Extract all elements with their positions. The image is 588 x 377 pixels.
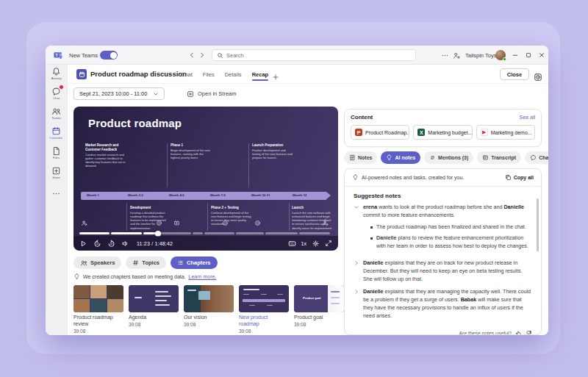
- calendar-icon: [51, 126, 61, 136]
- timeline-month-label: Month 10-11: [251, 193, 270, 197]
- panel-tab-mentions-3-[interactable]: @Mentions (3): [424, 151, 473, 164]
- playback-time: 11:23 / 1:48:42: [137, 241, 173, 246]
- chapter-thumbnail[interactable]: Our vision39:08: [184, 285, 234, 327]
- meeting-icon: [76, 69, 87, 79]
- video-icon: ▶: [481, 129, 488, 136]
- new-teams-toggle[interactable]: [100, 46, 118, 65]
- open-in-stream-button[interactable]: Open in Stream: [187, 87, 237, 100]
- page-title: Product roadmap discussion: [90, 70, 187, 78]
- seek-segment[interactable]: [265, 232, 298, 234]
- transcript-icon: [482, 154, 489, 161]
- tab-chat[interactable]: Chat: [181, 67, 193, 82]
- rewind-10-button[interactable]: 10: [93, 240, 101, 248]
- play-button[interactable]: [79, 240, 87, 248]
- at-circle-marker-icon: @: [156, 220, 162, 226]
- copy-all-label: Copy all: [514, 175, 534, 180]
- chevron-right-icon[interactable]: [354, 289, 359, 320]
- chevron-down-icon[interactable]: [354, 204, 359, 254]
- chapter-thumbnails: Product goalProduct goal39:08New product…: [74, 285, 368, 335]
- seek-segment[interactable]: [204, 232, 234, 234]
- copy-all-button[interactable]: Copy all: [505, 174, 534, 181]
- content-file-excel[interactable]: XMarketing budget...: [413, 125, 472, 140]
- nav-forward-icon[interactable]: [198, 46, 206, 65]
- sidebar-item-teams[interactable]: Teams: [46, 104, 67, 124]
- search-box[interactable]: [212, 49, 416, 61]
- more-options-icon[interactable]: [441, 46, 449, 65]
- chapter-thumbnail[interactable]: Product roadmap review39:08: [74, 285, 123, 334]
- sidebar-item-store[interactable]: Store: [46, 164, 67, 184]
- tab-files[interactable]: Files: [203, 67, 215, 82]
- avatar[interactable]: [495, 46, 506, 65]
- content-file-powerpoint[interactable]: PProduct Roadmap...: [351, 125, 409, 140]
- note-bullet: The product roadmap has been finalized a…: [370, 223, 532, 231]
- app-rail: ActivityChatTeamsCalendarFilesStore: [46, 65, 68, 335]
- playback-speed-button[interactable]: 1x: [301, 241, 306, 246]
- settings-gear-icon[interactable]: [312, 240, 320, 248]
- note-bullet: Danielle plans to review the feature enh…: [370, 234, 532, 251]
- nav-back-icon[interactable]: [188, 46, 196, 65]
- learn-more-link[interactable]: Learn more.: [189, 274, 217, 279]
- search-icon: [217, 49, 223, 62]
- chapter-thumbnail[interactable]: New product roadmap39:08: [239, 285, 289, 334]
- content-file-video[interactable]: ▶Marketing demo...: [476, 125, 535, 140]
- unread-badge: [59, 85, 64, 90]
- tab-details[interactable]: Details: [225, 67, 242, 82]
- tab-recap[interactable]: Recap: [252, 67, 269, 82]
- topics-filter-button[interactable]: Topics: [126, 256, 166, 269]
- svg-text:10: 10: [96, 243, 99, 245]
- presence-dot: [503, 57, 506, 61]
- add-tab-icon[interactable]: [272, 70, 279, 83]
- dots-icon: [51, 189, 61, 198]
- note-icon: [349, 154, 356, 161]
- add-person-icon[interactable]: [453, 46, 461, 65]
- seek-segment[interactable]: [236, 232, 264, 234]
- date-range-dropdown[interactable]: Sept 21, 2023 10:00 - 11:00: [74, 87, 165, 100]
- bulb-icon: [386, 154, 392, 161]
- panel-tab-notes[interactable]: Notes: [344, 151, 377, 164]
- see-all-link[interactable]: See all: [520, 115, 535, 120]
- seek-segment[interactable]: [143, 232, 191, 234]
- meeting-recap-icon[interactable]: [534, 70, 542, 83]
- seek-segment[interactable]: [193, 232, 203, 234]
- chapters-filter-button[interactable]: Chapters: [171, 256, 218, 269]
- chapter-duration: 39:08: [129, 322, 179, 327]
- svg-text:@: @: [158, 222, 161, 225]
- seek-segment[interactable]: [79, 232, 110, 234]
- sidebar-item-more[interactable]: [46, 184, 67, 204]
- new-teams-label: New Teams: [69, 46, 98, 65]
- close-button[interactable]: Close: [500, 68, 529, 80]
- video-player[interactable]: Product roadmap Market Research and Cust…: [74, 107, 338, 251]
- chevron-down-icon: [153, 91, 159, 97]
- sidebar-item-activity[interactable]: Activity: [46, 65, 67, 85]
- thumbs-down-icon[interactable]: [526, 330, 532, 335]
- chevron-right-icon[interactable]: [354, 260, 359, 283]
- sidebar-item-chat[interactable]: Chat: [46, 85, 67, 104]
- volume-button[interactable]: [121, 240, 129, 248]
- minimize-button[interactable]: [512, 46, 519, 65]
- thumbs-up-icon[interactable]: [515, 330, 522, 335]
- seek-segment[interactable]: [299, 232, 329, 234]
- speakers-filter-button[interactable]: Speakers: [74, 256, 121, 269]
- panel-tab-ai-notes[interactable]: AI notes: [381, 151, 420, 164]
- slide-section: Phase 1Begin development of the new feat…: [171, 143, 251, 176]
- seek-segment[interactable]: [111, 232, 141, 234]
- seek-bar[interactable]: [79, 232, 332, 234]
- chapter-thumbnail[interactable]: Agenda39:08: [129, 285, 179, 327]
- fullscreen-button[interactable]: [325, 240, 332, 247]
- sidebar-item-calendar[interactable]: Calendar: [46, 124, 67, 144]
- timeline-month-label: Month 1: [87, 193, 99, 197]
- content-heading: Content: [351, 114, 373, 121]
- forward-10-button[interactable]: 10: [107, 240, 115, 248]
- chapter-thumbnail[interactable]: Product goalProduct goal39:08: [294, 285, 344, 327]
- panel-tab-transcript[interactable]: Transcript: [477, 151, 521, 164]
- sidebar-item-files[interactable]: Files: [46, 144, 67, 164]
- search-input[interactable]: [226, 52, 411, 59]
- close-window-button[interactable]: [538, 46, 545, 65]
- panel-tab-chat[interactable]: Chat: [525, 151, 548, 164]
- notes-scrollbar[interactable]: [537, 198, 539, 251]
- maximize-button[interactable]: [525, 46, 532, 65]
- org-name[interactable]: Tailspin Toys: [465, 46, 496, 65]
- svg-text:10: 10: [110, 243, 112, 245]
- captions-button[interactable]: CC: [288, 240, 296, 248]
- svg-text:CC: CC: [290, 243, 294, 245]
